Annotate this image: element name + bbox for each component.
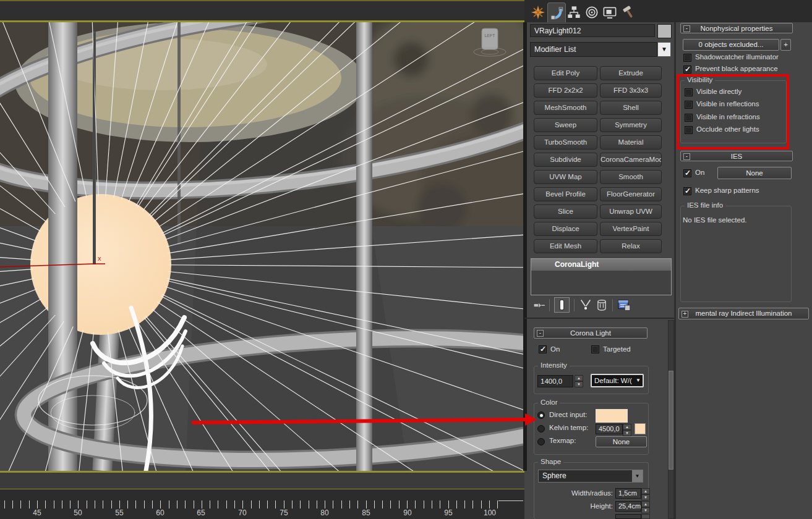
object-name-input[interactable]: VRayLight012 [530, 24, 655, 37]
modifier-button-subdivide[interactable]: Subdivide [534, 153, 597, 167]
modifier-button-edit-mesh[interactable]: Edit Mesh [534, 239, 597, 253]
modifier-list-arrow-button[interactable]: ▼ [657, 42, 671, 57]
clipped-spinner[interactable] [641, 514, 650, 519]
intensity-spinner[interactable]: ▲▼ [575, 375, 583, 387]
ruler-label: 80 [314, 508, 335, 517]
modifier-button-unwrap-uvw[interactable]: Unwrap UVW [600, 205, 662, 219]
kelvin-color-swatch[interactable] [635, 423, 646, 434]
chevron-down-icon: ▼ [636, 375, 641, 386]
direct-color-swatch[interactable] [596, 409, 628, 423]
modifier-button-slice[interactable]: Slice [534, 205, 597, 219]
pole-left [48, 22, 77, 471]
targeted-checkbox[interactable] [591, 345, 599, 353]
corona-on-checkbox[interactable] [539, 345, 547, 353]
prevent-black-checkbox[interactable] [683, 65, 691, 74]
modifier-button-extrude[interactable]: Extrude [600, 66, 662, 80]
panel-divider [524, 318, 675, 319]
viewport-scene: LEFT x [0, 22, 524, 471]
command-panel-toolbar [524, 0, 812, 22]
texmap-radio[interactable] [537, 438, 545, 445]
ies-none-button[interactable]: None [717, 167, 792, 179]
create-tab[interactable] [529, 2, 547, 22]
spin-up-icon[interactable]: ▲ [641, 488, 650, 494]
modifier-button-bevel-profile[interactable]: Bevel Profile [534, 187, 597, 201]
make-unique-icon[interactable] [579, 298, 592, 312]
modifier-button-material[interactable]: Material [600, 135, 662, 150]
modifier-button-ffd-3x3x3[interactable]: FFD 3x3x3 [600, 83, 662, 98]
track-bar[interactable] [0, 473, 524, 489]
corona-on-label: On [550, 345, 560, 353]
hierarchy-tab[interactable] [565, 2, 583, 22]
keep-sharp-checkbox[interactable] [683, 187, 691, 195]
ies-rollout-header[interactable]: - IES [680, 151, 793, 161]
modifier-button-ffd-2x2x2[interactable]: FFD 2x2x2 [534, 83, 597, 98]
shape-type-value: Sphere [542, 471, 566, 480]
texmap-none-button[interactable]: None [596, 436, 647, 447]
clipped-spinner-field[interactable] [615, 514, 641, 519]
modifier-stack[interactable]: CoronaLight [531, 258, 672, 295]
height-field[interactable]: 25,4cm [615, 501, 641, 512]
shape-type-dropdown[interactable]: Sphere ▼ [538, 470, 643, 483]
pin-stack-icon[interactable] [533, 299, 545, 311]
stack-row-coronalight[interactable]: CoronaLight [531, 259, 671, 271]
nonphysical-rollout-header[interactable]: - Nonphysical properties [680, 23, 793, 33]
ies-on-checkbox[interactable] [683, 169, 691, 177]
modifier-button-coronacameramod[interactable]: CoronaCameraMod [600, 153, 662, 167]
modifier-button-shell[interactable]: Shell [600, 101, 662, 115]
exclude-plus-button[interactable]: + [780, 39, 791, 51]
motion-tab[interactable] [583, 2, 600, 22]
modifier-button-relax[interactable]: Relax [600, 239, 662, 253]
modifier-button-uvw-map[interactable]: UVW Map [534, 170, 597, 184]
spin-down-icon[interactable]: ▼ [641, 507, 650, 513]
3dsmax-window: LEFT x 45 50 55 60 65 70 75 80 85 9 [0, 0, 812, 519]
modifier-button-turbosmooth[interactable]: TurboSmooth [534, 135, 597, 150]
collapse-icon[interactable]: - [683, 25, 690, 32]
timeline-ruler[interactable]: 45 50 55 60 65 70 75 80 85 90 95 100 [0, 489, 524, 519]
width-radius-field[interactable]: 1,5cm [615, 488, 641, 499]
exclude-objects-button[interactable]: 0 objects excluded... [683, 39, 779, 51]
height-spinner[interactable]: ▲▼ [641, 501, 650, 512]
utilities-tab[interactable] [619, 2, 636, 22]
spin-up-icon[interactable]: ▲ [575, 375, 583, 381]
spin-down-icon[interactable]: ▼ [575, 381, 583, 387]
spin-up-icon[interactable]: ▲ [623, 424, 631, 430]
spin-down-icon[interactable]: ▼ [623, 430, 631, 436]
show-end-result-button[interactable] [554, 297, 570, 313]
intensity-group-label: Intensity [538, 361, 570, 369]
modifier-button-floorgenerator[interactable]: FloorGenerator [600, 187, 662, 201]
collapse-icon[interactable]: - [537, 330, 544, 337]
width-spinner[interactable]: ▲▼ [641, 488, 650, 499]
collapse-icon[interactable]: - [683, 153, 690, 160]
panel-scrollbar-thumb[interactable] [669, 371, 673, 470]
remove-modifier-icon[interactable] [595, 298, 609, 312]
spin-up-icon[interactable]: ▲ [641, 501, 650, 507]
units-value: Default: W/( [594, 377, 632, 384]
modifier-button-sweep[interactable]: Sweep [534, 118, 597, 132]
modifier-button-displace[interactable]: Displace [534, 222, 597, 236]
object-color-swatch[interactable] [657, 24, 672, 38]
modifier-button-symmetry[interactable]: Symmetry [600, 118, 662, 132]
direct-input-radio[interactable] [537, 411, 545, 419]
intensity-units-dropdown[interactable]: Default: W/( ▼ [591, 374, 644, 387]
mental-ray-rollout-header[interactable]: + mental ray Indirect Illumination [678, 308, 809, 319]
kelvin-radio[interactable] [537, 425, 545, 432]
expand-icon[interactable]: + [682, 311, 688, 318]
modifier-button-meshsmooth[interactable]: MeshSmooth [534, 101, 597, 115]
modify-tab[interactable] [547, 2, 566, 22]
kelvin-label: Kelvin temp: [549, 424, 588, 431]
intensity-value-field[interactable]: 1400,0 [537, 375, 573, 387]
shadowcatcher-checkbox[interactable] [683, 54, 691, 62]
display-tab[interactable] [601, 2, 618, 22]
kelvin-value-field[interactable]: 4500,0 [596, 424, 623, 434]
column-separator [674, 22, 676, 519]
modifier-button-edit-poly[interactable]: Edit Poly [534, 66, 597, 80]
configure-modifier-sets-icon[interactable] [617, 298, 631, 312]
kelvin-spinner[interactable]: ▲▼ [623, 424, 631, 434]
modifier-button-smooth[interactable]: Smooth [600, 170, 662, 184]
modifier-list-dropdown[interactable]: Modifier List [530, 42, 657, 57]
corona-light-rollout-header[interactable]: - Corona Light [534, 327, 647, 339]
utilities-icon [621, 6, 635, 19]
modifier-button-vertexpaint[interactable]: VertexPaint [600, 222, 662, 236]
viewport-left-view[interactable]: LEFT x [0, 22, 524, 471]
spin-down-icon[interactable]: ▼ [641, 494, 650, 500]
